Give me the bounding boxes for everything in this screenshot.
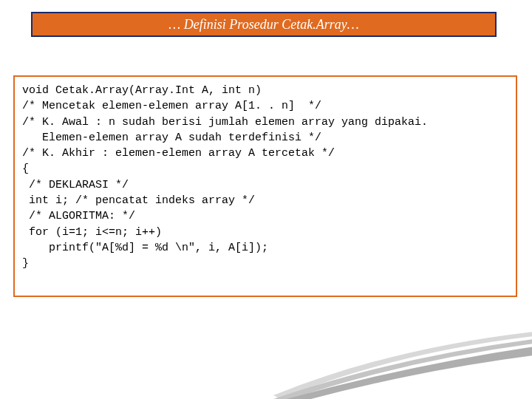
title-banner: … Definisi Prosedur Cetak.Array… bbox=[31, 12, 497, 37]
code-line: { bbox=[22, 163, 29, 175]
code-panel: void Cetak.Array(Array.Int A, int n) /* … bbox=[13, 75, 517, 297]
code-line: int i; /* pencatat indeks array */ bbox=[22, 194, 255, 207]
code-listing: void Cetak.Array(Array.Int A, int n) /* … bbox=[22, 83, 508, 272]
code-line: /* Mencetak elemen-elemen array A[1. . n… bbox=[22, 100, 321, 112]
code-line: Elemen-elemen array A sudah terdefinisi … bbox=[22, 132, 321, 144]
code-line: /* K. Awal : n sudah berisi jumlah eleme… bbox=[22, 116, 428, 129]
code-line: } bbox=[22, 257, 29, 270]
code-line: void Cetak.Array(Array.Int A, int n) bbox=[22, 84, 262, 97]
code-line: /* ALGORITMA: */ bbox=[22, 210, 135, 222]
code-line: printf("A[%d] = %d \n", i, A[i]); bbox=[22, 242, 268, 254]
code-line: /* K. Akhir : elemen-elemen array A terc… bbox=[22, 147, 335, 160]
code-line: for (i=1; i<=n; i++) bbox=[22, 226, 162, 239]
decorative-swoosh bbox=[273, 325, 532, 399]
title-text: … Definisi Prosedur Cetak.Array… bbox=[168, 17, 358, 33]
code-line: /* DEKLARASI */ bbox=[22, 179, 129, 191]
